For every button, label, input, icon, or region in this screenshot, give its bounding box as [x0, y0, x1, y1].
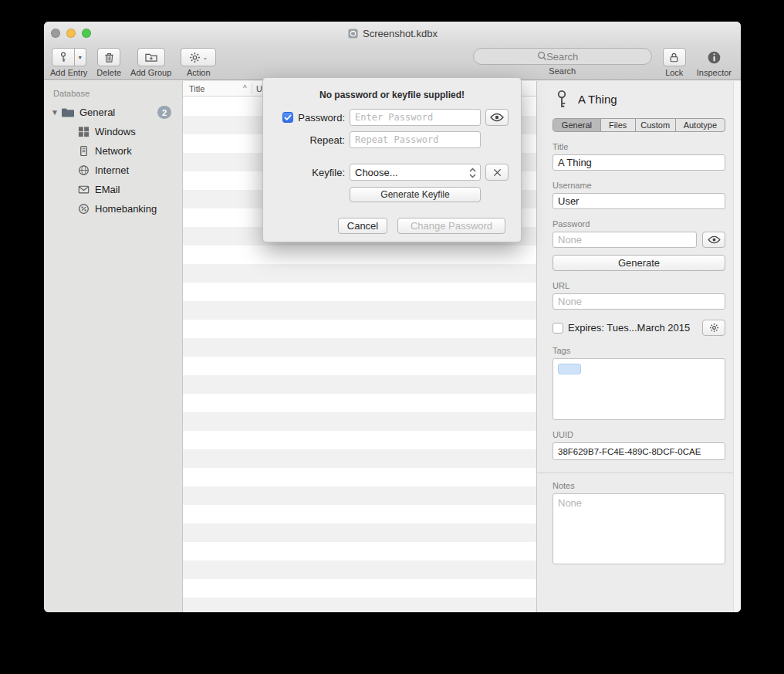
- sidebar-item-label: Windows: [95, 126, 136, 137]
- keyfile-label: Keyfile:: [312, 167, 345, 178]
- inspector-button[interactable]: [707, 48, 721, 66]
- sidebar-item-email[interactable]: EMail: [44, 180, 182, 199]
- tab-custom[interactable]: Custom: [636, 119, 676, 131]
- expiry-settings-button[interactable]: [702, 320, 725, 336]
- close-icon: [493, 168, 502, 177]
- sidebar-group-general[interactable]: ▼ General 2: [44, 103, 182, 122]
- sidebar-item-network[interactable]: Network: [44, 141, 182, 161]
- search-input[interactable]: [473, 48, 652, 65]
- dialog-message: No password or keyfile supplied!: [263, 90, 521, 100]
- minimize-button[interactable]: [66, 29, 76, 38]
- title-label: Title: [553, 142, 725, 151]
- add-entry-label: Add Entry: [50, 68, 87, 77]
- tags-field[interactable]: [553, 358, 725, 420]
- padlock-icon: [668, 52, 680, 63]
- tab-general[interactable]: General: [553, 119, 601, 131]
- tag-token[interactable]: [558, 364, 581, 374]
- password-label: Password:: [298, 112, 345, 124]
- zoom-button[interactable]: [82, 29, 91, 38]
- sidebar-item-label: EMail: [95, 184, 120, 195]
- add-group-button[interactable]: [137, 48, 165, 66]
- password-field[interactable]: [553, 232, 697, 248]
- generate-password-button[interactable]: Generate: [553, 255, 725, 271]
- window-title: Screenshot.kdbx: [363, 28, 438, 39]
- lock-button[interactable]: [663, 48, 686, 66]
- generate-keyfile-button[interactable]: Generate Keyfile: [350, 187, 481, 202]
- password-checkbox[interactable]: [282, 112, 293, 123]
- sidebar-item-label: Network: [95, 145, 132, 157]
- title-field[interactable]: [553, 154, 725, 171]
- key-icon: [553, 89, 571, 109]
- globe-icon: [78, 164, 90, 176]
- keyfile-selected-value: Choose...: [355, 167, 398, 178]
- notes-field[interactable]: [553, 493, 725, 564]
- gear-icon: [709, 323, 719, 333]
- keyfile-select[interactable]: Choose...: [350, 164, 481, 181]
- sidebar-header: Database: [44, 86, 182, 103]
- entry-title: A Thing: [578, 93, 617, 106]
- repeat-label: Repeat:: [309, 134, 345, 146]
- uuid-field[interactable]: [553, 442, 725, 460]
- reveal-password-button[interactable]: [485, 109, 509, 126]
- expires-checkbox[interactable]: [553, 323, 563, 334]
- sort-ascending-icon: ^: [243, 84, 247, 93]
- eye-icon: [490, 113, 504, 122]
- windows-icon: [78, 126, 90, 137]
- eye-icon: [708, 235, 721, 244]
- sidebar-item-windows[interactable]: Windows: [44, 122, 182, 141]
- chevron-down-icon: ▾: [79, 54, 82, 61]
- inspector-panel: A Thing General Files Custom Autotype Ti…: [536, 81, 741, 612]
- close-button[interactable]: [51, 29, 60, 38]
- column-header-title[interactable]: Title: [183, 84, 204, 93]
- tags-label: Tags: [553, 346, 725, 355]
- column-divider[interactable]: [252, 83, 252, 94]
- new-password-input[interactable]: [350, 109, 481, 126]
- action-label: Action: [187, 68, 211, 77]
- traffic-lights: [51, 29, 91, 38]
- url-label: URL: [553, 281, 725, 290]
- expires-label: Expires: Tues...March 2015: [568, 322, 690, 334]
- cancel-button[interactable]: Cancel: [338, 218, 387, 234]
- trash-icon: [103, 52, 115, 63]
- app-window: Screenshot.kdbx ▾ Add Entry: [44, 22, 741, 612]
- sidebar-group-label: General: [79, 107, 115, 118]
- search-icon: [537, 51, 547, 61]
- clear-keyfile-button[interactable]: [485, 164, 509, 181]
- add-entry-button[interactable]: [52, 48, 75, 66]
- disclosure-triangle-icon[interactable]: ▼: [49, 108, 61, 117]
- envelope-icon: [78, 184, 90, 195]
- url-field[interactable]: [553, 293, 725, 310]
- add-group-label: Add Group: [130, 68, 171, 77]
- password-label: Password: [553, 219, 725, 229]
- reveal-password-button[interactable]: [702, 232, 725, 248]
- uuid-label: UUID: [553, 430, 725, 439]
- search-label: Search: [549, 66, 576, 76]
- delete-button[interactable]: [97, 48, 120, 66]
- tab-autotype[interactable]: Autotype: [676, 119, 725, 131]
- add-entry-dropdown[interactable]: ▾: [75, 48, 86, 66]
- sidebar-item-label: Internet: [95, 164, 129, 176]
- notes-label: Notes: [553, 481, 725, 490]
- sidebar: Database ▼ General 2 Windows Networ: [44, 81, 183, 612]
- change-password-dialog: No password or keyfile supplied! Passwor…: [262, 77, 522, 242]
- divider: [537, 472, 741, 473]
- stepper-icon: [468, 167, 477, 179]
- folder-plus-icon: [144, 52, 158, 63]
- app-icon: [347, 28, 359, 39]
- change-password-button[interactable]: Change Password: [397, 218, 505, 234]
- check-icon: [284, 114, 292, 120]
- folder-icon: [61, 107, 75, 118]
- network-icon: [78, 145, 90, 157]
- gear-icon: [189, 52, 201, 63]
- toolbar: ▾ Add Entry Delete Add Group: [44, 45, 741, 80]
- repeat-password-input[interactable]: [350, 131, 481, 148]
- inspector-label: Inspector: [697, 68, 732, 77]
- action-button[interactable]: ⌄: [181, 48, 216, 66]
- sidebar-item-homebanking[interactable]: Homebanking: [44, 199, 182, 218]
- key-icon: [57, 51, 69, 63]
- inspector-scrollbar[interactable]: [733, 81, 741, 612]
- sidebar-item-internet[interactable]: Internet: [44, 161, 182, 180]
- username-field[interactable]: [553, 193, 725, 209]
- username-label: Username: [553, 181, 725, 190]
- tab-files[interactable]: Files: [601, 119, 636, 131]
